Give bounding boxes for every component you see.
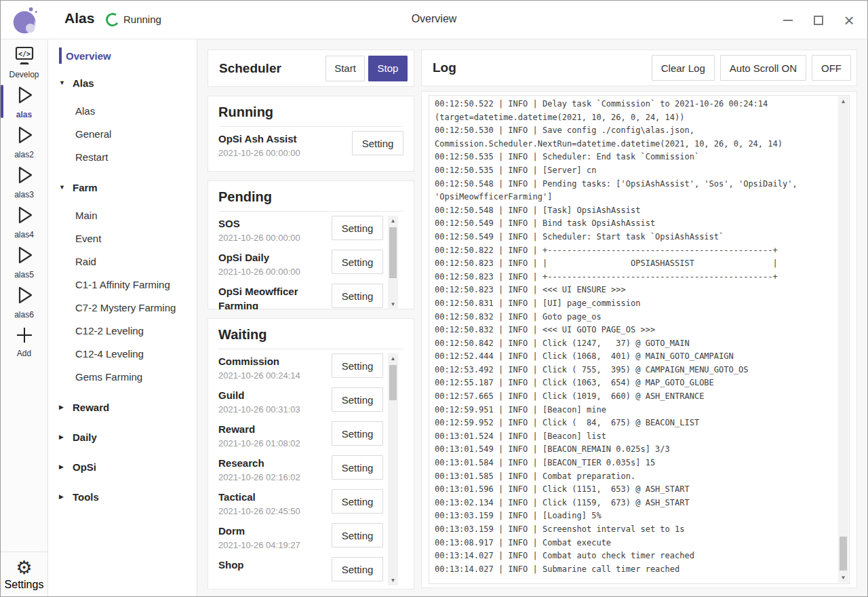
nav-item-label: Raid xyxy=(75,256,96,267)
task-info: OpSi Ash Assist2021-10-26 00:00:00 xyxy=(218,131,352,158)
task-setting-button[interactable]: Setting xyxy=(332,557,383,581)
nav-item-c12-2-leveling[interactable]: C12-2 Leveling xyxy=(59,323,197,338)
task-next-run-time: 2021-10-26 04:19:27 xyxy=(218,540,332,550)
rail-item-label: alas3 xyxy=(14,190,34,199)
task-name: Reward xyxy=(218,422,330,436)
task-setting-button[interactable]: Setting xyxy=(332,489,383,514)
nav-item-overview[interactable]: Overview xyxy=(59,47,197,64)
task-info: Research2021-10-26 02:16:02 xyxy=(218,455,332,482)
page-title: Overview xyxy=(1,13,867,25)
gear-icon: ⚙ xyxy=(16,558,32,578)
pending-scrollbar[interactable]: ▲ ▼ xyxy=(388,216,398,309)
nav-item-gems-farming[interactable]: Gems Farming xyxy=(59,369,197,384)
play-icon xyxy=(14,124,35,149)
scroll-down-icon[interactable]: ▼ xyxy=(388,575,398,585)
task-setting-button[interactable]: Setting xyxy=(352,131,403,155)
rail-item-alas4[interactable]: alas4 xyxy=(1,201,47,242)
scrollbar-thumb[interactable] xyxy=(389,227,397,278)
stop-button[interactable]: Stop xyxy=(368,56,408,81)
settings-button[interactable]: ⚙ Settings xyxy=(1,552,47,596)
title-bar: Alas Running Overview × xyxy=(1,1,867,39)
nav-item-daily[interactable]: ▶Daily xyxy=(59,429,197,444)
play-icon xyxy=(14,204,35,229)
running-title: Running xyxy=(218,104,403,127)
nav-item-label: Daily xyxy=(73,431,97,443)
waiting-scrollbar[interactable]: ▲ ▼ xyxy=(388,353,398,585)
task-name: Commission xyxy=(218,354,330,368)
close-button[interactable]: × xyxy=(843,14,855,26)
log-scrollbar[interactable]: ▲ ▼ xyxy=(838,96,848,583)
minimize-button[interactable] xyxy=(782,14,794,26)
task-setting-button[interactable]: Setting xyxy=(332,353,383,378)
rail-item-alas[interactable]: alas xyxy=(1,81,47,121)
scroll-up-icon[interactable]: ▲ xyxy=(838,96,848,107)
nav-item-general[interactable]: General xyxy=(59,126,197,141)
svg-text:</>: </> xyxy=(18,50,30,58)
task-next-run-time: 2021-10-26 00:00:00 xyxy=(218,267,332,277)
waiting-task-row: Research2021-10-26 02:16:02Setting xyxy=(218,455,403,489)
nav-item-label: C12-4 Leveling xyxy=(75,348,144,360)
task-info: Reward2021-10-26 01:08:02 xyxy=(218,421,332,448)
pending-task-row: OpSi Daily2021-10-26 00:00:00Setting xyxy=(218,250,403,284)
rail-item-label: alas6 xyxy=(14,310,34,320)
rail-item-alas2[interactable]: alas2 xyxy=(1,121,47,161)
nav-item-alas[interactable]: Alas xyxy=(59,103,197,118)
nav-item-event[interactable]: Event xyxy=(59,231,197,246)
rail-item-add[interactable]: Add xyxy=(1,322,47,362)
nav-item-tools[interactable]: ▶Tools xyxy=(59,489,197,504)
auto-scroll-off-button[interactable]: OFF xyxy=(812,55,851,81)
task-setting-button[interactable]: Setting xyxy=(332,250,383,274)
nav-item-opsi[interactable]: ▶OpSi xyxy=(59,459,197,474)
nav-item-alas[interactable]: ▼Alas xyxy=(59,75,197,90)
scroll-down-icon[interactable]: ▼ xyxy=(388,299,398,309)
pending-task-row: OpSi Meowfficer FarmingSetting xyxy=(218,284,403,309)
clear-log-button[interactable]: Clear Log xyxy=(652,55,715,81)
waiting-title: Waiting xyxy=(218,327,403,349)
task-setting-button[interactable]: Setting xyxy=(332,421,383,446)
play-icon xyxy=(14,284,35,309)
scrollbar-thumb[interactable] xyxy=(840,537,847,571)
waiting-panel: Waiting ▲ ▼ Commission2021-10-26 00:24:1… xyxy=(208,318,414,590)
scroll-down-icon[interactable]: ▼ xyxy=(838,573,848,583)
nav-item-label: General xyxy=(75,128,111,140)
nav-item-c12-4-leveling[interactable]: C12-4 Leveling xyxy=(59,346,197,361)
task-setting-button[interactable]: Setting xyxy=(332,216,383,240)
nav-item-farm[interactable]: ▼Farm xyxy=(59,180,197,195)
nav-item-label: Tools xyxy=(73,491,99,503)
task-name: Shop xyxy=(218,558,330,572)
rail-item-label: alas2 xyxy=(14,150,34,159)
start-button[interactable]: Start xyxy=(326,56,365,81)
task-info: Tactical2021-10-26 02:45:50 xyxy=(218,489,332,516)
log-viewer: 00:12:50.522 | INFO | Delay task `Commis… xyxy=(429,95,850,584)
scroll-up-icon[interactable]: ▲ xyxy=(388,353,398,364)
nav-item-c1-1-affinity-farming[interactable]: C1-1 Affinity Farming xyxy=(59,277,197,292)
nav-item-main[interactable]: Main xyxy=(59,208,197,223)
nav-item-c7-2-mystery-farming[interactable]: C7-2 Mystery Farming xyxy=(59,300,197,315)
rail-item-alas5[interactable]: alas5 xyxy=(1,242,47,282)
caret-right-icon: ▶ xyxy=(59,493,66,500)
auto-scroll-on-button[interactable]: Auto Scroll ON xyxy=(720,55,806,81)
scrollbar-thumb[interactable] xyxy=(389,365,397,400)
task-name: SOS xyxy=(218,216,330,231)
rail-item-alas6[interactable]: alas6 xyxy=(1,282,47,322)
task-name: Tactical xyxy=(218,490,330,504)
task-setting-button[interactable]: Setting xyxy=(332,387,383,412)
nav-item-label: Event xyxy=(75,233,101,244)
nav-item-restart[interactable]: Restart xyxy=(59,149,197,164)
nav-item-raid[interactable]: Raid xyxy=(59,254,197,269)
nav-item-reward[interactable]: ▶Reward xyxy=(59,400,197,415)
maximize-button[interactable] xyxy=(812,14,825,26)
code-monitor-icon: </> xyxy=(14,45,35,69)
task-next-run-time: 2021-10-26 00:00:00 xyxy=(218,233,332,243)
nav-item-label: C1-1 Affinity Farming xyxy=(75,279,170,290)
task-setting-button[interactable]: Setting xyxy=(332,523,383,547)
task-name: OpSi Ash Assist xyxy=(218,132,330,146)
scroll-up-icon[interactable]: ▲ xyxy=(388,216,398,226)
task-setting-button[interactable]: Setting xyxy=(332,455,383,480)
rail-item-alas3[interactable]: alas3 xyxy=(1,161,47,201)
rail-item-develop[interactable]: </>Develop xyxy=(1,43,47,81)
nav-item-label: Alas xyxy=(75,105,95,117)
nav-item-label: Gems Farming xyxy=(75,371,142,383)
task-setting-button[interactable]: Setting xyxy=(332,284,383,308)
app-window: Alas Running Overview × </>Developalasal… xyxy=(0,0,868,597)
